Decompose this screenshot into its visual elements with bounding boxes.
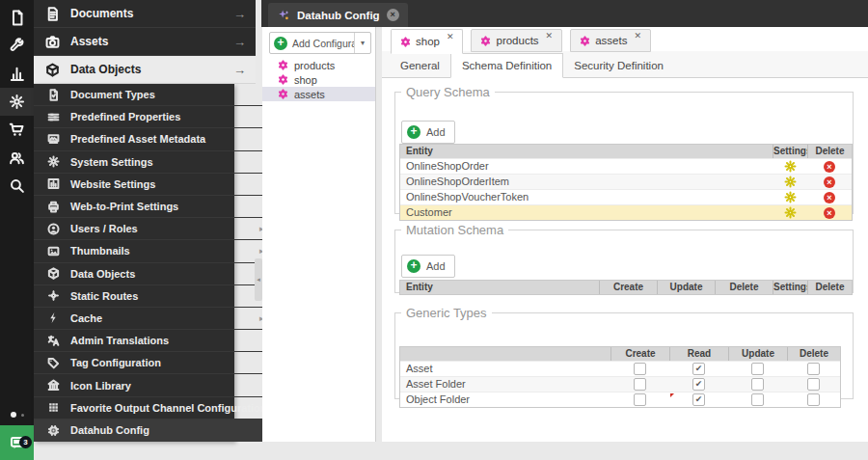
column-header[interactable]: Update <box>657 281 715 294</box>
checkbox-update[interactable] <box>751 378 764 391</box>
generic-table-row[interactable]: Asset Folder✔ <box>400 376 840 392</box>
column-header[interactable]: Create <box>599 281 657 294</box>
config-tree-item-assets[interactable]: assets <box>262 87 375 101</box>
tab-close-icon[interactable]: ✕ <box>447 32 454 41</box>
submenu-item-datahub-config[interactable]: Datahub Config <box>34 419 273 442</box>
checkbox-read[interactable]: ✔ <box>692 378 705 391</box>
submenu-item-predefined-asset-metadata[interactable]: Predefined Asset Metadata <box>34 128 273 150</box>
checkbox-read[interactable]: ✔ <box>692 393 705 406</box>
menu-item-assets[interactable]: Assets → <box>34 28 256 56</box>
column-header[interactable]: Read <box>669 347 728 361</box>
submenu-item-tag-configuration[interactable]: Tag Configuration <box>34 352 273 374</box>
query-table-row[interactable]: OnlineShopOrder × <box>400 158 852 174</box>
tab-close-icon[interactable]: ✕ <box>634 31 641 41</box>
configuration-tree-panel: + Add Configuration ▾ products shop asse… <box>262 27 376 442</box>
column-header[interactable]: Update <box>728 347 787 361</box>
delete-icon[interactable]: × <box>824 192 835 203</box>
menu-item-data-objects[interactable]: Data Objects → <box>34 56 256 84</box>
user-circle-icon <box>47 223 60 235</box>
configuration-list: products shop assets <box>262 58 375 101</box>
tab-products[interactable]: products ✕ <box>471 29 562 52</box>
submenu-item-web-to-print-settings[interactable]: Web-to-Print Settings <box>34 196 273 218</box>
mutation-add-button[interactable]: + Add <box>401 255 455 278</box>
checkbox-create[interactable] <box>634 363 646 375</box>
settings-gear-icon[interactable] <box>784 191 797 203</box>
rail-item-bar-chart[interactable] <box>0 60 34 88</box>
generic-table-header: CreateReadUpdateDelete <box>400 347 840 361</box>
generic-table-row[interactable]: Asset✔ <box>400 361 840 376</box>
submenu-item-label: Website Settings <box>70 178 273 190</box>
menu-item-label: Documents <box>70 7 233 20</box>
column-header[interactable]: Delete <box>807 281 852 294</box>
rail-item-search[interactable] <box>0 172 34 200</box>
tab-assets[interactable]: assets ✕ <box>570 29 651 52</box>
panel-collapse-handle[interactable]: ◂ <box>255 258 262 301</box>
query-table-row[interactable]: OnlineShopVoucherToken × <box>400 189 852 204</box>
config-tree-item-products[interactable]: products <box>262 58 375 72</box>
rail-item-cart[interactable] <box>0 116 34 144</box>
delete-icon[interactable]: × <box>824 161 835 173</box>
checkbox-update[interactable] <box>751 393 764 406</box>
checkbox-delete[interactable] <box>807 378 820 391</box>
checkbox-delete[interactable] <box>807 393 820 406</box>
column-header[interactable]: Delete <box>715 281 773 294</box>
submenu-item-favorite-output-channel-configurations[interactable]: Favorite Output Channel Configurations <box>34 397 273 419</box>
submenu-item-users-roles[interactable]: Users / Roles ▸ <box>34 218 273 240</box>
checkbox-create[interactable] <box>634 393 646 406</box>
chat-button[interactable]: 3 <box>0 425 34 460</box>
column-header[interactable]: Delete <box>807 145 852 158</box>
checkbox-update[interactable] <box>751 363 764 375</box>
menu-item-documents[interactable]: Documents → <box>34 0 256 28</box>
delete-icon[interactable]: × <box>824 176 835 188</box>
submenu-item-website-settings[interactable]: Website Settings <box>34 174 273 196</box>
submenu-item-system-settings[interactable]: System Settings <box>34 151 273 174</box>
tab-close-icon[interactable]: ✕ <box>546 31 554 41</box>
column-header[interactable]: Entity <box>400 281 599 294</box>
checkbox-delete[interactable] <box>807 363 820 375</box>
submenu-item-predefined-properties[interactable]: Predefined Properties <box>34 106 273 128</box>
query-table-row[interactable]: OnlineShopOrderItem × <box>400 174 852 189</box>
rail-item-users[interactable] <box>0 144 34 172</box>
rail-item-file[interactable] <box>0 4 34 32</box>
gear-icon <box>784 176 797 188</box>
rail-item-wrench[interactable] <box>0 32 34 60</box>
query-table-row[interactable]: Customer × <box>400 204 852 220</box>
chevron-down-icon[interactable]: ▾ <box>354 33 370 53</box>
window-tab-title: Datahub Config <box>297 10 380 21</box>
column-header[interactable]: Settings <box>773 145 807 158</box>
submenu-item-icon-library[interactable]: Icon Library <box>34 374 273 396</box>
column-header[interactable]: Create <box>610 347 669 361</box>
column-header[interactable]: Settings <box>773 281 807 294</box>
config-tree-item-shop[interactable]: shop <box>262 72 375 87</box>
submenu-item-document-types[interactable]: Document Types <box>34 84 273 106</box>
checkbox-read[interactable]: ✔ <box>692 363 705 375</box>
settings-gear-icon[interactable] <box>784 176 797 188</box>
subtab-schema-definition[interactable]: Schema Definition <box>450 53 563 78</box>
menu-item-label: Assets <box>70 35 233 48</box>
graphql-icon <box>480 36 491 46</box>
tab-shop[interactable]: shop ✕ <box>391 29 463 54</box>
column-header[interactable]: Delete <box>787 347 840 361</box>
submenu-item-data-objects[interactable]: Data Objects ▸ <box>34 263 273 285</box>
submenu-item-static-routes[interactable]: Static Routes <box>34 285 273 308</box>
submenu-item-admin-translations[interactable]: Admin Translations <box>34 330 273 352</box>
add-configuration-button[interactable]: + Add Configuration ▾ <box>269 32 371 54</box>
rail-item-gear[interactable] <box>0 88 34 116</box>
query-add-button[interactable]: + Add <box>401 121 455 144</box>
subtab-general[interactable]: General <box>390 55 450 77</box>
submenu-item-cache[interactable]: Cache ▸ <box>34 308 273 330</box>
column-header[interactable] <box>400 347 610 361</box>
subtab-security-definition[interactable]: Security Definition <box>563 55 674 77</box>
settings-gear-icon[interactable] <box>784 206 797 219</box>
column-header[interactable]: Entity <box>400 145 773 158</box>
window-tab-close-icon[interactable]: × <box>387 9 399 21</box>
generic-table-row[interactable]: Object Folder✔ <box>400 392 840 407</box>
config-tree-item-label: products <box>294 60 335 71</box>
delete-icon[interactable]: × <box>824 207 835 219</box>
window-tab-datahub-config[interactable]: Datahub Config × <box>268 3 408 27</box>
submenu-item-thumbnails[interactable]: Thumbnails ▸ <box>34 240 273 262</box>
checkbox-create[interactable] <box>634 378 646 391</box>
translate-icon <box>47 335 60 347</box>
settings-gear-icon[interactable] <box>784 160 797 173</box>
more-dots-icon[interactable] <box>0 412 34 418</box>
